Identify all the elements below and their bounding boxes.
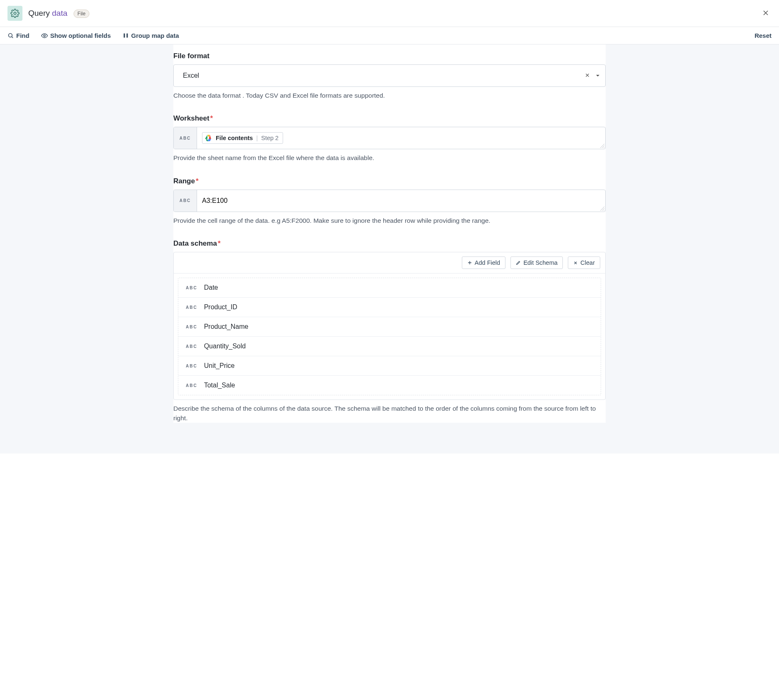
google-drive-icon (205, 134, 212, 142)
svg-rect-3 (123, 34, 125, 38)
close-button[interactable] (760, 7, 772, 20)
page-header: Query data File (0, 0, 779, 27)
app-gear-icon (7, 6, 22, 21)
abc-type-indicator: ABC (186, 305, 197, 310)
worksheet-helper: Provide the sheet name from the Excel fi… (173, 153, 606, 163)
file-format-select[interactable]: Excel (173, 64, 606, 87)
worksheet-pill[interactable]: File contents | Step 2 (202, 132, 283, 144)
page-title: Query data File (28, 9, 89, 18)
data-schema-section: Data schema* Add Field Edit Schema Clear (173, 239, 606, 423)
file-format-label: File format (173, 52, 606, 60)
schema-row[interactable]: ABC Product_Name (178, 317, 601, 337)
clear-schema-button[interactable]: Clear (568, 256, 600, 269)
plus-icon (467, 260, 472, 265)
search-icon (7, 32, 14, 39)
range-label: Range* (173, 177, 606, 185)
abc-type-indicator: ABC (174, 190, 197, 212)
edit-schema-button[interactable]: Edit Schema (510, 256, 563, 269)
range-input[interactable] (202, 197, 600, 205)
abc-type-indicator: ABC (186, 344, 197, 349)
abc-type-indicator: ABC (186, 325, 197, 329)
schema-container: Add Field Edit Schema Clear ABC Date (173, 252, 606, 400)
chevron-down-icon[interactable] (595, 72, 600, 79)
schema-row[interactable]: ABC Date (178, 278, 601, 298)
header-badge: File (74, 10, 89, 18)
schema-list: ABC Date ABC Product_ID ABC Product_Name… (178, 278, 601, 395)
data-schema-helper: Describe the schema of the columns of th… (173, 404, 606, 423)
file-format-section: File format Excel Choose the data format… (173, 52, 606, 100)
schema-row[interactable]: ABC Product_ID (178, 298, 601, 317)
schema-row[interactable]: ABC Total_Sale (178, 376, 601, 395)
abc-type-indicator: ABC (186, 364, 197, 368)
toolbar: Find Show optional fields Group map data… (0, 27, 779, 44)
group-map-data-button[interactable]: Group map data (123, 32, 179, 39)
clear-icon[interactable] (584, 72, 590, 79)
eye-icon (41, 32, 48, 39)
file-format-helper: Choose the data format . Today CSV and E… (173, 91, 606, 100)
resize-handle-icon (600, 144, 604, 148)
svg-rect-4 (126, 34, 128, 38)
svg-point-0 (14, 12, 16, 15)
worksheet-input[interactable]: ABC File contents | Step 2 (173, 127, 606, 149)
range-helper: Provide the cell range of the data. e.g … (173, 216, 606, 225)
x-icon (573, 261, 578, 265)
columns-icon (123, 32, 129, 39)
schema-row[interactable]: ABC Unit_Price (178, 356, 601, 376)
svg-point-2 (44, 35, 45, 37)
data-schema-label: Data schema* (173, 239, 606, 248)
worksheet-section: Worksheet* ABC File contents | Step 2 Pr… (173, 114, 606, 163)
reset-button[interactable]: Reset (754, 32, 772, 39)
find-button[interactable]: Find (7, 32, 30, 39)
show-optional-fields-button[interactable]: Show optional fields (41, 32, 111, 39)
range-section: Range* ABC Provide the cell range of the… (173, 177, 606, 225)
abc-type-indicator: ABC (174, 127, 197, 149)
schema-toolbar: Add Field Edit Schema Clear (174, 252, 605, 274)
abc-type-indicator: ABC (186, 383, 197, 388)
content-area: File format Excel Choose the data format… (0, 44, 779, 454)
worksheet-label: Worksheet* (173, 114, 606, 123)
range-input-row: ABC (173, 190, 606, 212)
add-field-button[interactable]: Add Field (462, 256, 505, 269)
schema-row[interactable]: ABC Quantity_Sold (178, 337, 601, 356)
resize-handle-icon (600, 207, 604, 211)
pencil-icon (516, 260, 521, 265)
abc-type-indicator: ABC (186, 286, 197, 290)
svg-point-1 (9, 34, 12, 37)
